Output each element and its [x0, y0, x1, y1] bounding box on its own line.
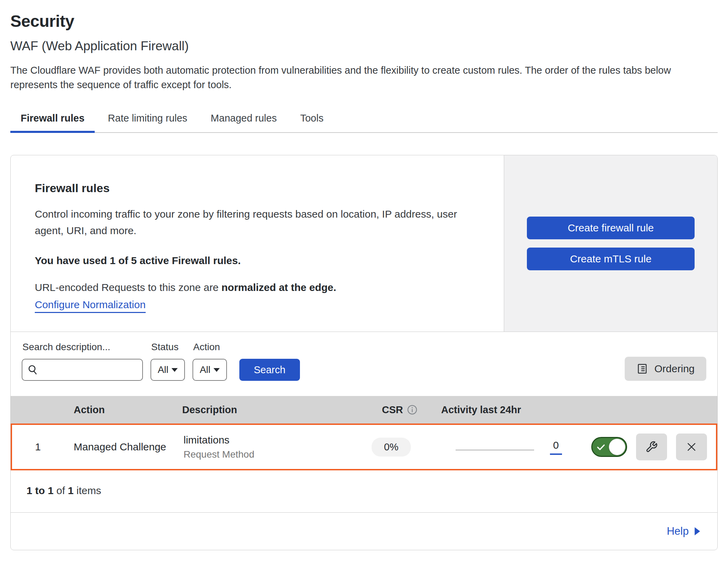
page-subtitle: WAF (Web Application Firewall)	[10, 39, 718, 53]
search-field-wrap	[22, 359, 143, 381]
of-word: of	[56, 485, 65, 496]
action-filter-group: Action All	[193, 342, 227, 381]
panel-description: Control incoming traffic to your zone by…	[35, 206, 482, 239]
header-activity: Activity last 24hr	[428, 404, 580, 416]
pagination-summary: 1 to 1 of 1 items	[11, 470, 717, 512]
csr-badge: 0%	[372, 438, 411, 457]
search-button[interactable]: Search	[239, 359, 300, 381]
close-icon	[686, 441, 697, 453]
status-select[interactable]: All	[150, 359, 185, 381]
header-action: Action	[62, 404, 176, 416]
action-label: Action	[193, 342, 227, 353]
status-selected-value: All	[158, 364, 168, 375]
firewall-rules-info: Firewall rules Control incoming traffic …	[11, 155, 504, 332]
actions-panel: Create firewall rule Create mTLS rule	[504, 155, 717, 332]
header-csr-label: CSR	[382, 404, 403, 416]
page-description: The Cloudflare WAF provides both automat…	[10, 63, 716, 92]
arrow-right-icon	[694, 527, 701, 536]
items-range: 1 to 1	[27, 485, 53, 496]
table-row-highlighted: 1 Managed Challenge limitations Request …	[11, 424, 717, 470]
edit-rule-button[interactable]	[636, 434, 667, 460]
create-firewall-rule-button[interactable]: Create firewall rule	[527, 217, 695, 239]
rules-tab-bar: Firewall rules Rate limiting rules Manag…	[10, 113, 718, 133]
ordering-button-label: Ordering	[654, 363, 695, 375]
tab-firewall-rules[interactable]: Firewall rules	[10, 113, 95, 132]
rule-action: Managed Challenge	[64, 441, 177, 453]
header-csr: CSR	[355, 404, 428, 416]
items-total: 1	[68, 485, 74, 496]
list-ordering-icon	[636, 363, 648, 375]
wrench-icon	[645, 441, 658, 453]
rule-expression: Request Method	[184, 449, 354, 460]
status-filter-group: Status All	[150, 342, 185, 381]
normalization-text: URL-encoded Requests to this zone are	[35, 282, 221, 293]
help-link[interactable]: Help	[667, 525, 701, 537]
usage-summary: You have used 1 of 5 active Firewall rul…	[35, 255, 490, 267]
search-icon	[27, 364, 38, 375]
chevron-down-icon	[171, 368, 178, 372]
header-description: Description	[176, 404, 355, 416]
tab-managed-rules[interactable]: Managed rules	[200, 113, 287, 132]
security-waf-page: Security WAF (Web Application Firewall) …	[0, 0, 728, 550]
delete-rule-button[interactable]	[676, 434, 707, 460]
create-mtls-rule-button[interactable]: Create mTLS rule	[527, 248, 695, 270]
search-label: Search description...	[22, 342, 143, 353]
toggle-knob	[609, 439, 625, 455]
action-select[interactable]: All	[193, 359, 227, 381]
ordering-button[interactable]: Ordering	[625, 357, 706, 381]
firewall-rules-card: Firewall rules Control incoming traffic …	[10, 155, 718, 550]
rule-priority: 1	[12, 441, 64, 453]
tab-rate-limiting-rules[interactable]: Rate limiting rules	[97, 113, 197, 132]
tab-tools[interactable]: Tools	[290, 113, 334, 132]
search-input[interactable]	[22, 359, 143, 381]
card-top-section: Firewall rules Control incoming traffic …	[11, 155, 717, 332]
items-word: items	[76, 485, 101, 496]
activity-sparkline	[456, 450, 534, 450]
rule-enabled-toggle[interactable]	[591, 437, 627, 457]
check-icon	[596, 442, 606, 452]
action-selected-value: All	[200, 364, 210, 375]
page-title: Security	[10, 12, 718, 31]
rule-csr-cell: 0%	[354, 438, 427, 457]
info-icon[interactable]	[407, 405, 417, 415]
panel-heading: Firewall rules	[35, 181, 490, 195]
search-filter-group: Search description...	[22, 342, 143, 381]
help-label: Help	[667, 525, 689, 537]
chevron-down-icon	[214, 368, 220, 372]
configure-normalization-link[interactable]: Configure Normalization	[35, 299, 146, 313]
rules-table-header: Action Description CSR Activity last 24h…	[11, 396, 717, 424]
rule-activity-cell: 0	[427, 439, 578, 455]
help-row: Help	[11, 512, 717, 550]
rule-controls-cell	[578, 434, 716, 460]
filter-bar: Search description... Status All Action	[11, 332, 717, 396]
status-label: Status	[150, 342, 185, 353]
normalization-note: URL-encoded Requests to this zone are no…	[35, 282, 490, 293]
activity-count-link[interactable]: 0	[550, 439, 562, 455]
rule-description: limitations	[184, 434, 354, 446]
rule-description-cell: limitations Request Method	[177, 434, 354, 460]
normalization-bold-text: normalized at the edge.	[221, 282, 336, 293]
